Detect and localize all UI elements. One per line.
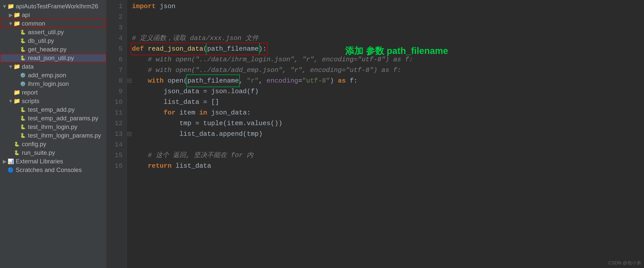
scripts-arrow: ▼	[8, 98, 13, 104]
paren-open: (	[203, 44, 207, 54]
sidebar-item-get-header[interactable]: 🐍 get_header.py	[0, 45, 106, 54]
tea-arrow	[14, 107, 19, 113]
tree-root[interactable]: ▼ 📁 apiAutoTestFrameWorkIhrm26	[0, 2, 106, 11]
code-line-5: def read_json_data(path_filename): 添加 参数…	[132, 44, 644, 54]
str-utf8: "utf-8"	[302, 75, 330, 86]
sidebar-item-scratches[interactable]: 🔵 Scratches and Consoles	[0, 166, 106, 174]
teap-py-icon: 🐍	[19, 115, 26, 122]
sidebar-item-report[interactable]: 📁 report	[0, 88, 106, 97]
line-num-8: 8	[107, 75, 123, 86]
line-num-4: 4	[107, 33, 123, 44]
sidebar-item-test-emp-add[interactable]: 🐍 test_emp_add.py	[0, 105, 106, 114]
sidebar-item-test-emp-add-params[interactable]: 🐍 test_emp_add_params.py	[0, 114, 106, 123]
item-in: item	[176, 107, 199, 118]
line-num-7: 7	[107, 65, 123, 75]
path-filename-val: path_filename	[187, 77, 239, 85]
api-arrow: ▶	[8, 12, 13, 18]
indent8	[132, 75, 148, 86]
tilp-arrow	[14, 133, 19, 139]
db-arrow	[14, 38, 19, 44]
eq-enc: =	[298, 75, 302, 86]
test-emp-add-params-label: test_emp_add_params.py	[28, 115, 104, 122]
line-num-3: 3	[107, 22, 123, 33]
common-folder-icon: 📁	[13, 20, 20, 27]
common-label: common	[22, 20, 104, 27]
scratches-arrow	[2, 167, 7, 173]
tea-py-icon: 🐍	[19, 106, 26, 113]
fold-marker-13[interactable]: −	[127, 132, 131, 136]
kw-as: as	[338, 75, 346, 86]
space-with: open(	[164, 75, 188, 86]
root-label: apiAutoTestFrameWorkIhrm26	[16, 3, 104, 10]
line-num-2: 2	[107, 12, 123, 22]
code-line-14	[132, 139, 644, 150]
get-header-label: get_header.py	[28, 46, 104, 53]
code-line-16: return list_data	[132, 161, 644, 171]
sidebar-item-api[interactable]: ▶ 📁 api	[0, 11, 106, 19]
read-json-arrow	[14, 55, 19, 61]
root-folder-icon: 📁	[7, 3, 14, 10]
sidebar-item-read-json-util[interactable]: 🐍 read_json_util.py	[0, 54, 106, 62]
get-header-py-icon: 🐍	[19, 46, 26, 53]
sidebar-item-ext-libs[interactable]: ▶ 📊 External Libraries	[0, 157, 106, 166]
sidebar-item-assert-util[interactable]: 🐍 assert_util.py	[0, 28, 106, 36]
f-var: f:	[346, 75, 358, 86]
db-util-label: db_util.py	[28, 37, 104, 44]
data-label: data	[22, 63, 104, 70]
kw-import: import	[132, 1, 156, 12]
line-num-16: 16	[107, 161, 123, 171]
sidebar-item-add-emp[interactable]: ⚙️ add_emp.json	[0, 71, 106, 80]
code-line-2	[132, 12, 644, 22]
scratches-label: Scratches and Consoles	[16, 166, 104, 174]
test-emp-add-label: test_emp_add.py	[28, 106, 104, 113]
sidebar-item-test-ihrm-login-params[interactable]: 🐍 test_ihrm_login_params.py	[0, 131, 106, 140]
sidebar-item-config[interactable]: 🐍 config.py	[0, 140, 106, 148]
read-json-py-icon: 🐍	[19, 54, 26, 62]
paren-close: ):	[259, 44, 266, 54]
file-tree[interactable]: ▼ 📁 apiAutoTestFrameWorkIhrm26 ▶ 📁 api ▼…	[0, 0, 107, 268]
str-r: "r"	[247, 75, 259, 86]
run-suite-arrow	[8, 150, 13, 156]
code-line-6: # with open("../data/ihrm_login.json", "…	[132, 54, 644, 65]
sidebar-item-data[interactable]: ▼ 📁 data	[0, 62, 106, 71]
line12: tmp = tuple(item.values())	[132, 118, 282, 129]
add-emp-arrow	[14, 72, 19, 78]
sidebar-item-run-suite[interactable]: 🐍 run_suite.py	[0, 148, 106, 157]
code-line-3	[132, 22, 644, 33]
list-data-ret: list_data	[172, 161, 211, 171]
root-arrow: ▼	[2, 4, 7, 9]
run-suite-label: run_suite.py	[22, 149, 104, 156]
scratches-icon: 🔵	[7, 166, 14, 174]
api-folder-icon: 📁	[13, 11, 20, 18]
sidebar-item-ihrm-login[interactable]: ⚙️ ihrm_login.json	[0, 80, 106, 88]
indent11	[132, 107, 164, 118]
sidebar-item-scripts[interactable]: ▼ 📁 scripts	[0, 97, 106, 105]
ihrm-login-label: ihrm_login.json	[28, 80, 104, 87]
line-num-1: 1	[107, 1, 123, 12]
sidebar-item-test-ihrm-login[interactable]: 🐍 test_ihrm_login.py	[0, 123, 106, 131]
report-label: report	[22, 89, 104, 96]
sidebar-item-common[interactable]: ▼ 📁 common	[0, 19, 106, 28]
line-num-11: 11	[107, 107, 123, 118]
param-name: path_filename	[207, 45, 259, 53]
code-line-12: tmp = tuple(item.values())	[132, 118, 644, 129]
data-arrow: ▼	[8, 64, 13, 70]
code-line-13: − list_data.append(tmp)	[132, 129, 644, 139]
config-label: config.py	[22, 141, 104, 148]
space-def	[144, 44, 148, 54]
fold-marker-8[interactable]: −	[127, 79, 131, 83]
code-line-7: # with open("../data/add_emp.json", "r",…	[132, 65, 644, 75]
ext-libs-label: External Libraries	[16, 158, 104, 165]
path-filename-box: path_filename	[187, 75, 239, 86]
assert-py-icon: 🐍	[19, 29, 26, 36]
sidebar-item-db-util[interactable]: 🐍 db_util.py	[0, 36, 106, 45]
kw-return: return	[148, 161, 172, 171]
def-statement-box: def read_json_data(path_filename):	[132, 44, 267, 54]
scripts-folder-icon: 📁	[13, 98, 20, 105]
code-line-15: # 这个 返回, 坚决不能在 for 内	[132, 150, 644, 161]
line-num-14: 14	[107, 139, 123, 150]
code-line-8: − with open(path_filename, "r", encoding…	[132, 75, 644, 86]
add-emp-label: add_emp.json	[28, 72, 104, 79]
code-content[interactable]: import json # 定义函数，读取 data/xxx.json 文件 d…	[127, 0, 644, 268]
assert-util-label: assert_util.py	[28, 29, 104, 36]
